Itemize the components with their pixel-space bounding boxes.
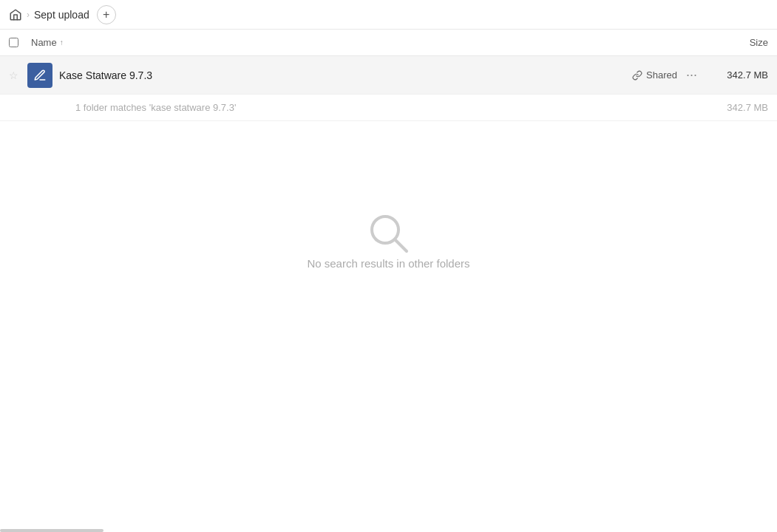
link-icon: [632, 70, 642, 81]
file-row[interactable]: ☆ Kase Statware 9.7.3 Shared ··· 342.7 M…: [0, 56, 777, 95]
empty-state-message: No search results in other folders: [307, 257, 469, 270]
pencil-icon: [33, 69, 47, 82]
empty-state: No search results in other folders: [0, 151, 777, 329]
home-button[interactable]: [9, 8, 22, 21]
breadcrumb-bar: › Sept upload +: [0, 0, 777, 30]
size-column-header: Size: [694, 37, 768, 48]
name-column-header[interactable]: Name ↑: [31, 37, 694, 48]
match-info-size: 342.7 MB: [709, 102, 768, 113]
more-options-button[interactable]: ···: [686, 67, 697, 83]
sort-arrow-icon: ↑: [60, 38, 64, 47]
svg-line-1: [395, 239, 407, 251]
shared-badge: Shared: [632, 69, 677, 81]
breadcrumb-current: Sept upload: [34, 9, 89, 21]
folder-icon-box: [27, 63, 52, 88]
select-all-checkbox[interactable]: [9, 38, 18, 47]
file-name-label: Kase Statware 9.7.3: [59, 69, 632, 81]
select-all-checkbox-wrap[interactable]: [9, 38, 31, 47]
breadcrumb-separator: ›: [27, 10, 30, 20]
no-results-icon: [365, 210, 413, 257]
file-size-value: 342.7 MB: [709, 69, 768, 81]
match-info-text: 1 folder matches 'kase statware 9.7.3': [75, 102, 709, 113]
star-button[interactable]: ☆: [9, 69, 27, 81]
column-header-row: Name ↑ Size: [0, 30, 777, 56]
scrollbar[interactable]: [0, 529, 104, 532]
match-info-row: 1 folder matches 'kase statware 9.7.3' 3…: [0, 95, 777, 121]
shared-label: Shared: [646, 69, 677, 81]
more-options-icon: ···: [686, 67, 697, 82]
add-button[interactable]: +: [97, 5, 116, 24]
name-column-label: Name: [31, 37, 57, 48]
file-icon-wrap: [27, 62, 53, 89]
star-icon: ☆: [9, 69, 18, 81]
home-icon: [9, 8, 22, 21]
